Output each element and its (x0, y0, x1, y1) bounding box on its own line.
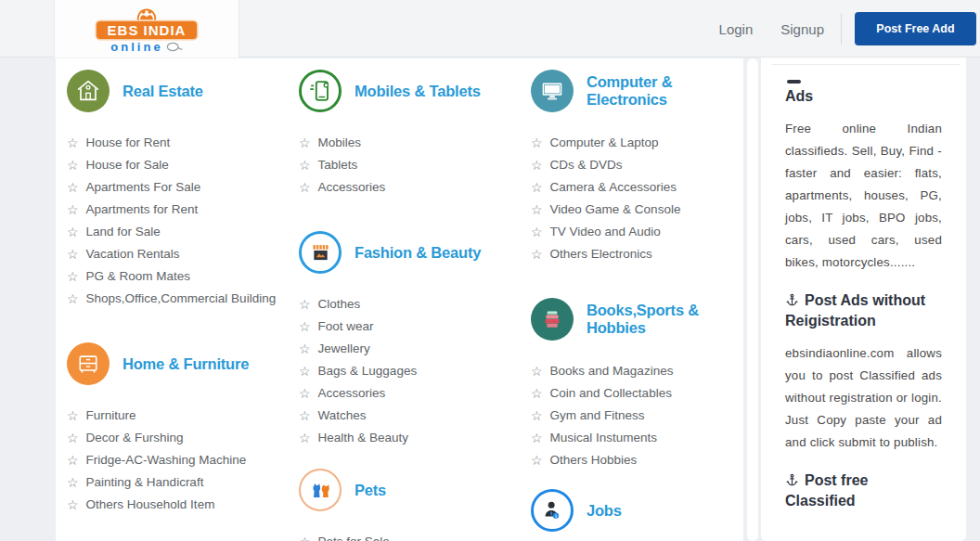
category-item-label: Video Game & Console (550, 203, 681, 216)
post-free-add-button[interactable]: Post Free Add (855, 12, 976, 45)
ads-sidebar: Ads Free online Indian classifieds. Sell… (761, 53, 966, 541)
category-item[interactable]: ☆Pets for Sale (299, 535, 519, 541)
ads-description: Free online Indian classifieds. Sell, Bu… (785, 118, 942, 274)
category-item[interactable]: ☆Others Electronics (531, 248, 743, 261)
category-title[interactable]: Real Estate (122, 83, 203, 100)
site-logo[interactable]: EBS INDIA online (54, 0, 239, 58)
category-item-label: Apartments For Sale (86, 181, 201, 194)
category-item[interactable]: ☆Shops,Office,Commercial Building (67, 292, 287, 305)
category-item-label: Bags & Luggages (318, 365, 418, 378)
category-header[interactable]: Home & Furniture (67, 342, 287, 385)
star-icon: ☆ (531, 248, 543, 261)
star-icon: ☆ (67, 136, 79, 149)
category-title[interactable]: Books,Sports & Hobbies (587, 302, 743, 337)
category-item-label: Others Hobbies (550, 454, 638, 467)
category-item[interactable]: ☆House for Rent (67, 136, 287, 149)
category-item[interactable]: ☆Camera & Accessories (531, 181, 743, 194)
category-header[interactable]: Fashion & Beauty (299, 231, 519, 274)
category-item-label: Camera & Accessories (550, 181, 677, 194)
star-icon: ☆ (531, 203, 543, 216)
category-item[interactable]: ☆Watches (299, 409, 519, 422)
star-icon: ☆ (299, 342, 311, 355)
category-mobiles-tablets: Mobiles & Tablets ☆Mobiles☆Tablets☆Acces… (299, 70, 519, 194)
scrollbar-track[interactable] (747, 58, 758, 541)
category-item[interactable]: ☆Musical Instuments (531, 432, 743, 444)
category-title[interactable]: Fashion & Beauty (355, 244, 481, 262)
category-title[interactable]: Computer & Electronics (587, 73, 743, 109)
category-header[interactable]: Real Estate (67, 70, 287, 112)
category-item-label: Clothes (318, 298, 361, 311)
category-item-label: Pets for Sale (318, 535, 390, 541)
category-item[interactable]: ☆Foot wear (299, 320, 519, 333)
category-item[interactable]: ☆Video Game & Console (531, 203, 743, 216)
category-item[interactable]: ☆Accessories (299, 181, 519, 194)
star-icon: ☆ (67, 181, 79, 194)
pets-icon (299, 469, 342, 511)
category-item[interactable]: ☆TV Video and Audio (531, 225, 743, 238)
post-free-classified-heading: Post free Classified (785, 470, 942, 511)
category-item-label: Fridge-AC-Washing Machine (86, 454, 247, 467)
star-icon: ☆ (299, 432, 311, 444)
category-item[interactable]: ☆Fridge-AC-Washing Machine (67, 454, 287, 467)
star-icon: ☆ (67, 498, 79, 511)
category-item-label: PG & Room Mates (86, 270, 191, 283)
category-title[interactable]: Pets (355, 482, 386, 499)
category-item[interactable]: ☆PG & Room Mates (67, 270, 287, 283)
category-item[interactable]: ☆Apartments for Rent (67, 203, 287, 216)
logo-text: EBS INDIA (97, 21, 198, 39)
category-item[interactable]: ☆Painting & Handicraft (67, 476, 287, 489)
category-item[interactable]: ☆House for Sale (67, 159, 287, 172)
category-item[interactable]: ☆Clothes (299, 298, 519, 311)
category-item[interactable]: ☆Apartments For Sale (67, 181, 287, 194)
ads-heading: Ads (785, 86, 942, 107)
category-items: ☆Clothes☆Foot wear☆Jewellery☆Bags & Lugg… (299, 298, 519, 444)
signup-link[interactable]: Signup (780, 21, 824, 37)
category-item[interactable]: ☆Coin and Collectables (531, 387, 743, 400)
category-title[interactable]: Mobiles & Tablets (355, 83, 481, 100)
category-item[interactable]: ☆Jewellery (299, 342, 519, 355)
category-item[interactable]: ☆Mobiles (299, 136, 519, 149)
category-item[interactable]: ☆Accessories (299, 387, 519, 400)
category-item[interactable]: ☆Decor & Furshing (67, 432, 287, 444)
category-item[interactable]: ☆Bags & Luggages (299, 365, 519, 378)
login-link[interactable]: Login (719, 21, 754, 37)
category-items: ☆Mobiles☆Tablets☆Accessories (299, 136, 519, 194)
category-header[interactable]: i Jobs (531, 489, 743, 532)
category-item-label: Mobiles (318, 136, 362, 149)
category-item-label: House for Sale (86, 159, 169, 172)
handshake-icon (126, 5, 167, 23)
category-item[interactable]: ☆CDs & DVDs (531, 159, 743, 172)
category-item[interactable]: ☆Land for Sale (67, 225, 287, 238)
category-column-1: Real Estate ☆House for Rent☆House for Sa… (67, 70, 287, 541)
monitor-icon (531, 70, 574, 112)
category-item[interactable]: ☆Books and Magazines (531, 365, 743, 378)
category-header[interactable]: Books,Sports & Hobbies (531, 298, 743, 341)
category-item[interactable]: ☆Gym and Fitness (531, 409, 743, 422)
top-header: EBS INDIA online Login Signup Post Free … (0, 0, 980, 58)
category-column-3: Computer & Electronics ☆Computer & Lapto… (531, 70, 743, 541)
category-header[interactable]: Computer & Electronics (531, 70, 743, 112)
category-title[interactable]: Home & Furniture (122, 355, 249, 373)
category-title[interactable]: Jobs (587, 502, 622, 520)
star-icon: ☆ (67, 476, 79, 489)
category-item-label: Coin and Collectables (550, 387, 672, 400)
star-icon: ☆ (299, 181, 311, 194)
star-icon: ☆ (531, 159, 543, 172)
star-icon: ☆ (299, 387, 311, 400)
category-home-furniture: Home & Furniture ☆Furniture☆Decor & Furs… (67, 342, 287, 511)
star-icon: ☆ (67, 409, 79, 422)
category-item[interactable]: ☆Furniture (67, 409, 287, 422)
category-item[interactable]: ☆Others Household Item (67, 498, 287, 511)
category-header[interactable]: Mobiles & Tablets (299, 70, 519, 112)
category-item[interactable]: ☆Others Hobbies (531, 454, 743, 467)
category-item[interactable]: ☆Computer & Laptop (531, 136, 743, 149)
star-icon: ☆ (531, 454, 543, 467)
category-item[interactable]: ☆Health & Beauty (299, 432, 519, 444)
category-item[interactable]: ☆Vacation Rentals (67, 248, 287, 261)
category-item-label: TV Video and Audio (550, 225, 661, 238)
category-header[interactable]: Pets (299, 469, 519, 511)
star-icon: ☆ (531, 365, 543, 378)
star-icon: ☆ (531, 409, 543, 422)
post-without-registration-text: ebsindiaonline.com allows you to post Cl… (785, 342, 942, 454)
category-item[interactable]: ☆Tablets (299, 159, 519, 172)
